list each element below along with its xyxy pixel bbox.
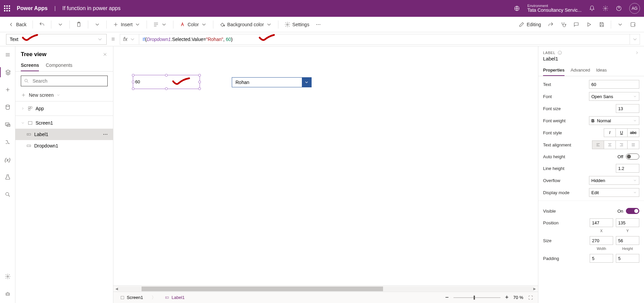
info-icon[interactable] (557, 50, 562, 55)
breadcrumb-screen[interactable]: Screen1 (118, 294, 145, 301)
notifications-icon[interactable] (589, 5, 595, 11)
autoheight-toggle[interactable] (626, 154, 639, 160)
rail-insert[interactable] (0, 85, 15, 95)
tree-item-app[interactable]: App (15, 103, 113, 114)
more-icon[interactable]: ⋯ (103, 132, 108, 137)
color-button[interactable]: Color (177, 20, 209, 29)
close-icon[interactable] (102, 52, 108, 57)
environment-picker[interactable]: Environment Tata Consultancy Servic... (527, 4, 582, 13)
search-input[interactable] (32, 78, 105, 84)
control-name[interactable]: Label1 (538, 56, 644, 65)
save-button[interactable] (597, 20, 607, 29)
prop-font-select[interactable]: Open Sans (589, 92, 639, 101)
rail-settings[interactable] (0, 271, 15, 282)
zoom-out[interactable]: − (445, 294, 449, 301)
comments-button[interactable] (571, 20, 581, 29)
align-left-button[interactable] (592, 140, 604, 149)
prop-pad1-input[interactable]: 5 (590, 254, 613, 263)
app-launcher-icon[interactable] (4, 5, 10, 11)
equals-sign: = (111, 36, 115, 43)
prop-pad2-input[interactable]: 5 (616, 254, 639, 263)
help-icon[interactable] (616, 5, 622, 11)
prop-lineheight-input[interactable]: 1.2 (616, 164, 639, 173)
tree-search[interactable] (21, 76, 108, 86)
zoom-in[interactable]: + (505, 294, 509, 301)
tree-item-dropdown1[interactable]: Dropdown1 (15, 140, 113, 152)
prop-fontweight-select[interactable]: B Normal (589, 116, 639, 125)
insert-button[interactable]: Insert (111, 20, 143, 29)
zoom-slider[interactable] (453, 297, 500, 298)
design-canvas[interactable]: 60 Rohan (113, 46, 538, 286)
avatar[interactable]: AG (629, 3, 640, 14)
breadcrumb-label[interactable]: Label1 (163, 294, 186, 301)
expand-formula-button[interactable] (630, 34, 640, 45)
prop-width-input[interactable]: 270 (590, 236, 613, 245)
bgcolor-button[interactable]: Background color (217, 20, 274, 29)
chevron-right-icon[interactable] (635, 50, 639, 55)
settings-gear-icon[interactable] (602, 5, 608, 11)
tab-screens[interactable]: Screens (21, 60, 39, 71)
more-button[interactable]: ⋯ (314, 20, 323, 29)
chevron-down-icon (632, 36, 638, 42)
fx-indicator[interactable]: fx (120, 34, 139, 45)
publish-button[interactable] (628, 20, 638, 29)
paste-split[interactable] (92, 20, 102, 29)
rail-tests[interactable] (0, 172, 15, 182)
tree-item-screen1[interactable]: Screen1 (15, 117, 113, 129)
undo-icon (39, 21, 45, 28)
rail-search[interactable] (0, 189, 15, 200)
underline-button[interactable]: U (615, 128, 628, 137)
plus-icon (113, 21, 119, 28)
italic-button[interactable]: I (604, 128, 616, 137)
editing-mode[interactable]: Editing (517, 20, 543, 29)
back-button[interactable]: Back (6, 20, 29, 29)
brand: Power Apps (17, 5, 48, 11)
prop-displaymode-select[interactable]: Edit (589, 188, 639, 197)
play-button[interactable] (584, 20, 594, 29)
rail-data[interactable] (0, 102, 15, 112)
rail-tree-view[interactable] (0, 67, 15, 77)
canvas-hscrollbar[interactable]: ◀ ▶ (113, 286, 538, 292)
prop-text-input[interactable]: 60 (589, 80, 639, 89)
flow-icon (5, 139, 11, 145)
checker-button[interactable] (558, 20, 569, 29)
fit-icon[interactable] (528, 295, 533, 300)
rail-flows[interactable] (0, 137, 15, 147)
visible-toggle[interactable] (626, 208, 639, 214)
rail-variables[interactable]: (x) (0, 155, 15, 165)
undo-split[interactable] (55, 20, 65, 29)
tree-item-label1[interactable]: Label1 ⋯ (15, 129, 113, 140)
fill-icon (219, 21, 225, 28)
tab-advanced[interactable]: Advanced (571, 65, 590, 76)
app-header: Power Apps | If function in power apps E… (0, 0, 644, 17)
align-justify-button[interactable] (627, 140, 639, 149)
prop-y-input[interactable]: 135 (616, 218, 639, 227)
svg-point-5 (286, 24, 288, 25)
rail-media[interactable] (0, 120, 15, 130)
selected-label-control[interactable]: 60 (133, 75, 200, 89)
undo-button[interactable] (37, 20, 47, 29)
align-menu[interactable] (151, 20, 169, 29)
prop-fontsize-input[interactable]: 13 (616, 104, 639, 113)
rail-ask[interactable] (0, 289, 15, 299)
align-right-button[interactable] (615, 140, 628, 149)
prop-height-input[interactable]: 56 (616, 236, 639, 245)
dropdown-caret[interactable] (302, 78, 311, 87)
tab-ideas[interactable]: Ideas (596, 65, 607, 76)
tab-properties[interactable]: Properties (543, 65, 565, 76)
paste-button[interactable] (74, 20, 84, 29)
left-rail: (x) (0, 46, 15, 303)
property-selector[interactable]: Text (6, 34, 107, 45)
share-button[interactable] (546, 20, 556, 29)
prop-x-input[interactable]: 147 (590, 218, 613, 227)
strike-button[interactable]: abc (627, 128, 639, 137)
dropdown-control[interactable]: Rohan (232, 77, 312, 87)
formula-input[interactable]: If(Dropdown1.Selected.Value="Rohan", 60) (139, 34, 630, 45)
rail-hamburger[interactable] (0, 50, 15, 60)
prop-overflow-select[interactable]: Hidden (589, 176, 639, 185)
align-center-button[interactable] (604, 140, 616, 149)
settings-button[interactable]: Settings (282, 20, 312, 29)
new-screen-button[interactable]: New screen (15, 90, 113, 100)
save-split[interactable] (615, 20, 625, 29)
tab-components[interactable]: Components (46, 60, 72, 71)
